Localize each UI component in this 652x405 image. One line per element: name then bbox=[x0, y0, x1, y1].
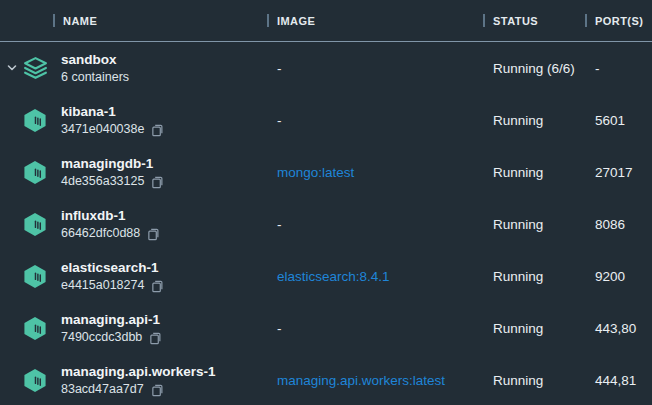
status-cell: Running bbox=[483, 373, 585, 388]
ports-cell: 8086 bbox=[585, 217, 652, 232]
ports-cell: 444,81 bbox=[585, 373, 652, 388]
image-cell: elasticsearch:8.4.1 bbox=[267, 269, 483, 284]
container-row[interactable]: managingdb-14de356a33125mongo:latestRunn… bbox=[0, 146, 652, 198]
container-row[interactable]: kibana-13471e040038e-Running5601 bbox=[0, 94, 652, 146]
status-text: Running bbox=[493, 321, 543, 336]
column-header-label: NAME bbox=[63, 15, 97, 27]
ports-text: 8086 bbox=[595, 217, 625, 232]
column-header-label: IMAGE bbox=[277, 15, 315, 27]
container-row[interactable]: managing.api.workers-183acd47aa7d7managi… bbox=[0, 354, 652, 405]
container-name: managing.api.workers-1 bbox=[61, 363, 216, 380]
status-cell: Running (6/6) bbox=[483, 61, 585, 76]
column-divider bbox=[267, 14, 269, 27]
container-icon bbox=[20, 264, 50, 289]
image-name[interactable]: managing.api.workers:latest bbox=[277, 373, 445, 388]
table-header: NAME IMAGE STATUS PORT(S) bbox=[0, 0, 652, 42]
compose-stack-icon bbox=[20, 55, 50, 82]
column-divider bbox=[483, 14, 485, 27]
chevron-down-icon[interactable] bbox=[4, 62, 20, 74]
container-name: managing.api-1 bbox=[61, 311, 162, 328]
image-cell: - bbox=[267, 113, 483, 128]
column-header-name: NAME bbox=[0, 0, 267, 41]
containers-table-body: sandbox6 containers-Running (6/6)-kibana… bbox=[0, 42, 652, 405]
container-id: 66462dfc0d88 bbox=[61, 226, 140, 241]
column-header-label: PORT(S) bbox=[595, 15, 643, 27]
ports-cell: 9200 bbox=[585, 269, 652, 284]
ports-text: 9200 bbox=[595, 269, 625, 284]
container-icon bbox=[20, 108, 50, 133]
containers-table: NAME IMAGE STATUS PORT(S) sandbox6 conta… bbox=[0, 0, 652, 405]
ports-text: 5601 bbox=[595, 113, 625, 128]
name-cell: sandbox6 containers bbox=[0, 51, 267, 85]
column-header-ports: PORT(S) bbox=[585, 0, 652, 41]
column-divider bbox=[53, 14, 55, 27]
container-icon bbox=[20, 212, 50, 237]
ports-cell: - bbox=[585, 61, 652, 76]
status-cell: Running bbox=[483, 113, 585, 128]
container-name: influxdb-1 bbox=[61, 207, 160, 224]
image-cell: - bbox=[267, 321, 483, 336]
container-icon bbox=[20, 316, 50, 341]
status-text: Running bbox=[493, 217, 543, 232]
column-divider bbox=[585, 14, 587, 27]
image-name: - bbox=[277, 321, 282, 336]
container-icon bbox=[20, 160, 50, 185]
container-name: elasticsearch-1 bbox=[61, 259, 164, 276]
container-name: managingdb-1 bbox=[61, 155, 164, 172]
compose-group-row[interactable]: sandbox6 containers-Running (6/6)- bbox=[0, 42, 652, 94]
status-cell: Running bbox=[483, 321, 585, 336]
container-id: 3471e040038e bbox=[61, 122, 144, 137]
container-id: 7490ccdc3dbb bbox=[61, 330, 142, 345]
copy-icon[interactable] bbox=[151, 383, 164, 397]
status-text: Running bbox=[493, 113, 543, 128]
column-header-image: IMAGE bbox=[267, 0, 483, 41]
image-cell: managing.api.workers:latest bbox=[267, 373, 483, 388]
name-cell: elasticsearch-1e4415a018274 bbox=[0, 259, 267, 293]
image-name[interactable]: elasticsearch:8.4.1 bbox=[277, 269, 390, 284]
container-row[interactable]: influxdb-166462dfc0d88-Running8086 bbox=[0, 198, 652, 250]
container-row[interactable]: managing.api-17490ccdc3dbb-Running443,80 bbox=[0, 302, 652, 354]
image-name: - bbox=[277, 217, 282, 232]
image-name: - bbox=[277, 113, 282, 128]
copy-icon[interactable] bbox=[151, 279, 164, 293]
copy-icon[interactable] bbox=[151, 123, 164, 137]
status-cell: Running bbox=[483, 165, 585, 180]
status-cell: Running bbox=[483, 269, 585, 284]
container-id: 4de356a33125 bbox=[61, 174, 144, 189]
image-cell: - bbox=[267, 217, 483, 232]
status-text: Running bbox=[493, 165, 543, 180]
ports-text: 27017 bbox=[595, 165, 633, 180]
container-row[interactable]: elasticsearch-1e4415a018274elasticsearch… bbox=[0, 250, 652, 302]
container-count: 6 containers bbox=[61, 70, 129, 85]
container-id: 83acd47aa7d7 bbox=[61, 382, 144, 397]
ports-text: 443,80 bbox=[595, 321, 636, 336]
container-name: sandbox bbox=[61, 51, 129, 68]
image-name[interactable]: mongo:latest bbox=[277, 165, 354, 180]
ports-cell: 27017 bbox=[585, 165, 652, 180]
name-cell: kibana-13471e040038e bbox=[0, 103, 267, 137]
image-name: - bbox=[277, 61, 282, 76]
ports-text: - bbox=[595, 61, 600, 76]
ports-cell: 443,80 bbox=[585, 321, 652, 336]
name-cell: managing.api-17490ccdc3dbb bbox=[0, 311, 267, 345]
name-cell: managing.api.workers-183acd47aa7d7 bbox=[0, 363, 267, 397]
column-header-label: STATUS bbox=[493, 15, 538, 27]
image-cell: - bbox=[267, 61, 483, 76]
copy-icon[interactable] bbox=[149, 331, 162, 345]
status-text: Running bbox=[493, 373, 543, 388]
ports-cell: 5601 bbox=[585, 113, 652, 128]
copy-icon[interactable] bbox=[151, 175, 164, 189]
container-name: kibana-1 bbox=[61, 103, 164, 120]
column-header-status: STATUS bbox=[483, 0, 585, 41]
status-text: Running bbox=[493, 269, 543, 284]
image-cell: mongo:latest bbox=[267, 165, 483, 180]
name-cell: influxdb-166462dfc0d88 bbox=[0, 207, 267, 241]
container-icon bbox=[20, 368, 50, 393]
status-cell: Running bbox=[483, 217, 585, 232]
name-cell: managingdb-14de356a33125 bbox=[0, 155, 267, 189]
copy-icon[interactable] bbox=[147, 227, 160, 241]
container-id: e4415a018274 bbox=[61, 278, 144, 293]
status-text: Running (6/6) bbox=[493, 61, 575, 76]
ports-text: 444,81 bbox=[595, 373, 636, 388]
